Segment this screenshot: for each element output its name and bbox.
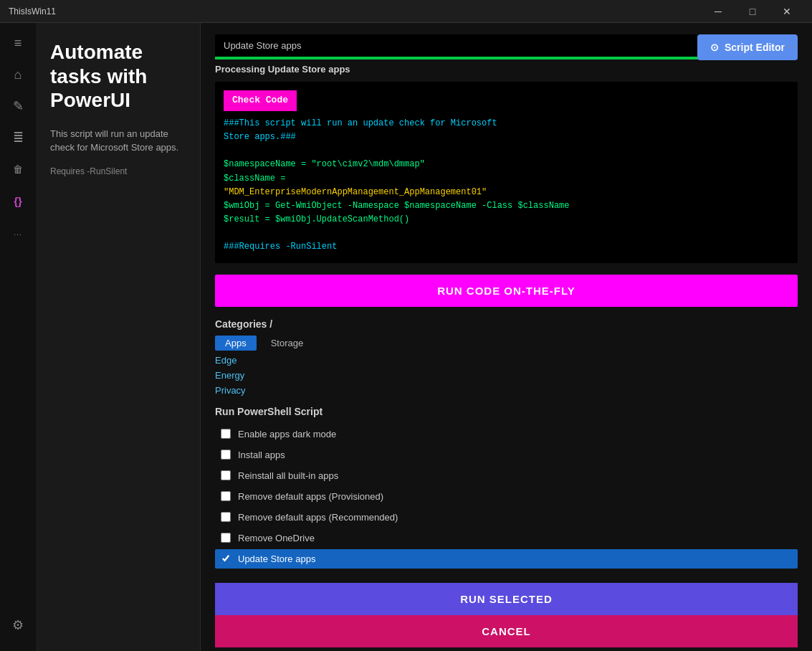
- code-line-2: Store apps.###: [224, 130, 789, 144]
- app-body: ≡ ⌂ ✎ ≣ 🗑 {} ... ⚙ Automate tasks with P…: [0, 23, 812, 651]
- trash-icon: 🗑: [13, 163, 23, 175]
- sidebar-item-hamburger[interactable]: ≡: [4, 29, 32, 57]
- code-block: Check Code ###This script will run an up…: [215, 82, 798, 263]
- category-apps[interactable]: Apps: [215, 336, 257, 351]
- script-editor-icon: ⊙: [710, 42, 719, 53]
- checkbox-remove-provisioned[interactable]: [221, 491, 231, 501]
- option-remove-recommended[interactable]: Remove default apps (Recommended): [215, 508, 798, 527]
- check-code-badge: Check Code: [224, 90, 297, 111]
- sidebar: ≡ ⌂ ✎ ≣ 🗑 {} ... ⚙: [0, 23, 36, 651]
- option-install-apps[interactable]: Install apps: [215, 445, 798, 465]
- more-options-button[interactable]: ···: [777, 36, 803, 57]
- code-line-7: $result = $wmiObj.UpdateScanMethod(): [224, 213, 789, 227]
- category-storage[interactable]: Storage: [261, 336, 314, 351]
- code-line-3: $namespaceName = "root\cimv2\mdm\dmmap": [224, 158, 789, 171]
- title-bar: ThisIsWin11 ─ □ ✕: [0, 0, 812, 23]
- checkbox-enable-dark-mode[interactable]: [221, 429, 231, 439]
- option-label-4: Remove default apps (Provisioned): [238, 491, 383, 502]
- option-update-store[interactable]: Update Store apps: [215, 549, 798, 569]
- left-panel: Automate tasks with PowerUI This script …: [36, 23, 201, 651]
- sidebar-item-list[interactable]: ≣: [4, 123, 32, 152]
- script-options-list: Enable apps dark mode Install apps Reins…: [215, 424, 798, 569]
- sidebar-item-brace[interactable]: {}: [4, 186, 32, 215]
- sidebar-item-settings[interactable]: ⚙: [4, 611, 32, 640]
- maximize-button[interactable]: □: [736, 0, 769, 23]
- sidebar-item-more[interactable]: ...: [4, 218, 32, 247]
- option-label-2: Install apps: [238, 450, 285, 460]
- requires-text: Requires -RunSilent: [50, 166, 186, 176]
- sidebar-item-edit[interactable]: ✎: [4, 92, 32, 120]
- main-content: ⊙ Script Editor Update Store apps Proces…: [201, 23, 812, 651]
- option-label-7: Update Store apps: [238, 553, 315, 564]
- checkbox-remove-recommended[interactable]: [221, 512, 231, 522]
- option-remove-provisioned[interactable]: Remove default apps (Provisioned): [215, 487, 798, 506]
- brace-icon: {}: [14, 195, 22, 207]
- code-line-1: ###This script will run an update check …: [224, 117, 789, 130]
- cancel-button[interactable]: CANCEL: [215, 615, 798, 647]
- hamburger-icon: ≡: [14, 36, 22, 51]
- option-label-5: Remove default apps (Recommended): [238, 512, 398, 523]
- close-button[interactable]: ✕: [770, 0, 803, 23]
- run-fly-button[interactable]: RUN CODE ON-THE-FLY: [215, 275, 798, 307]
- option-label-1: Enable apps dark mode: [238, 429, 336, 439]
- category-list: Edge Energy Privacy: [215, 353, 798, 397]
- script-options-label: Run PowerShell Script: [215, 406, 798, 417]
- code-line-6: $wmiObj = Get-WmiObject -Namespace $name…: [224, 199, 789, 213]
- categories-label: Categories /: [215, 318, 798, 330]
- categories-section: Categories / Apps Storage Edge Energy Pr…: [215, 318, 798, 397]
- checkbox-install-apps[interactable]: [221, 450, 231, 460]
- home-icon: ⌂: [14, 67, 22, 82]
- category-energy[interactable]: Energy: [215, 369, 798, 382]
- code-line-9: ###Requires -RunSilent: [224, 240, 789, 254]
- sidebar-item-home[interactable]: ⌂: [4, 60, 32, 89]
- app-title: ThisIsWin11: [9, 6, 56, 16]
- categories-row: Apps Storage: [215, 336, 798, 351]
- processing-text: Processing Update Store apps: [215, 60, 798, 82]
- page-description: This script will run an update check for…: [50, 127, 186, 155]
- minimize-button[interactable]: ─: [702, 0, 735, 23]
- category-privacy[interactable]: Privacy: [215, 384, 798, 397]
- option-reinstall-builtin[interactable]: Reinstall all built-in apps: [215, 466, 798, 485]
- category-edge[interactable]: Edge: [215, 353, 798, 367]
- run-selected-button[interactable]: RUN SELECTED: [215, 583, 798, 615]
- window-controls: ─ □ ✕: [702, 0, 803, 23]
- option-remove-onedrive[interactable]: Remove OneDrive: [215, 528, 798, 548]
- checkbox-remove-onedrive[interactable]: [221, 533, 231, 543]
- option-label-6: Remove OneDrive: [238, 533, 315, 543]
- option-enable-dark-mode[interactable]: Enable apps dark mode: [215, 424, 798, 444]
- checkbox-update-store[interactable]: [221, 553, 231, 564]
- list-icon: ≣: [13, 130, 24, 146]
- sidebar-item-trash[interactable]: 🗑: [4, 155, 32, 184]
- option-label-3: Reinstall all built-in apps: [238, 470, 338, 481]
- edit-icon: ✎: [13, 98, 24, 114]
- checkbox-reinstall-builtin[interactable]: [221, 470, 231, 480]
- bottom-buttons: RUN SELECTED CANCEL: [215, 583, 798, 647]
- code-line-4: $className =: [224, 172, 789, 186]
- more-icon: ...: [14, 229, 22, 237]
- settings-icon: ⚙: [12, 617, 24, 633]
- code-line-5: "MDM_EnterpriseModernAppManagement_AppMa…: [224, 186, 789, 199]
- page-title: Automate tasks with PowerUI: [50, 40, 186, 113]
